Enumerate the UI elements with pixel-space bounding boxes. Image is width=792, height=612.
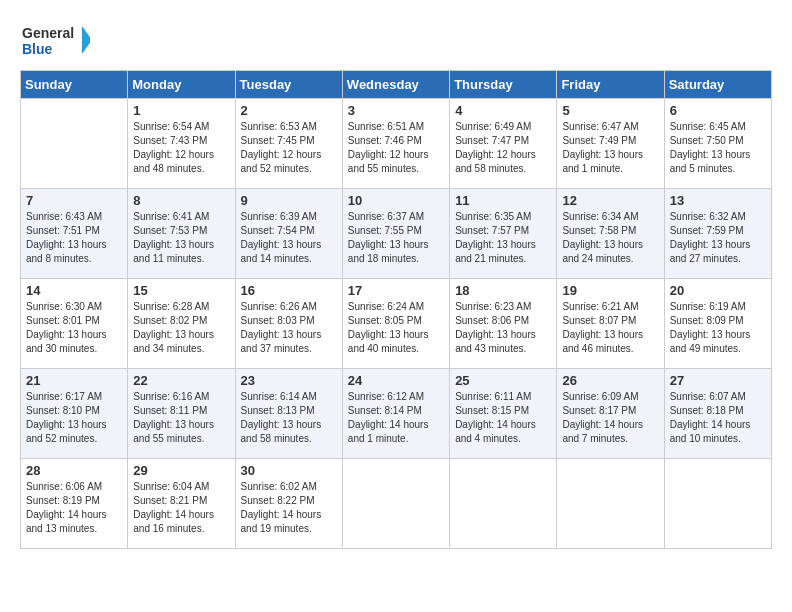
cell-info: Sunrise: 6:45 AM Sunset: 7:50 PM Dayligh…: [670, 120, 766, 176]
calendar-cell: 17 Sunrise: 6:24 AM Sunset: 8:05 PM Dayl…: [342, 279, 449, 369]
calendar-body: 1 Sunrise: 6:54 AM Sunset: 7:43 PM Dayli…: [21, 99, 772, 549]
day-number: 13: [670, 193, 766, 208]
calendar-cell: 19 Sunrise: 6:21 AM Sunset: 8:07 PM Dayl…: [557, 279, 664, 369]
cell-info: Sunrise: 6:12 AM Sunset: 8:14 PM Dayligh…: [348, 390, 444, 446]
cell-info: Sunrise: 6:19 AM Sunset: 8:09 PM Dayligh…: [670, 300, 766, 356]
weekday-header-row: SundayMondayTuesdayWednesdayThursdayFrid…: [21, 71, 772, 99]
day-number: 4: [455, 103, 551, 118]
day-number: 12: [562, 193, 658, 208]
calendar-cell: 8 Sunrise: 6:41 AM Sunset: 7:53 PM Dayli…: [128, 189, 235, 279]
day-number: 28: [26, 463, 122, 478]
cell-info: Sunrise: 6:11 AM Sunset: 8:15 PM Dayligh…: [455, 390, 551, 446]
cell-info: Sunrise: 6:30 AM Sunset: 8:01 PM Dayligh…: [26, 300, 122, 356]
weekday-header-monday: Monday: [128, 71, 235, 99]
cell-info: Sunrise: 6:49 AM Sunset: 7:47 PM Dayligh…: [455, 120, 551, 176]
calendar-cell: 10 Sunrise: 6:37 AM Sunset: 7:55 PM Dayl…: [342, 189, 449, 279]
cell-info: Sunrise: 6:06 AM Sunset: 8:19 PM Dayligh…: [26, 480, 122, 536]
week-row-4: 21 Sunrise: 6:17 AM Sunset: 8:10 PM Dayl…: [21, 369, 772, 459]
day-number: 15: [133, 283, 229, 298]
cell-info: Sunrise: 6:07 AM Sunset: 8:18 PM Dayligh…: [670, 390, 766, 446]
cell-info: Sunrise: 6:32 AM Sunset: 7:59 PM Dayligh…: [670, 210, 766, 266]
calendar-cell: 3 Sunrise: 6:51 AM Sunset: 7:46 PM Dayli…: [342, 99, 449, 189]
calendar-cell: 20 Sunrise: 6:19 AM Sunset: 8:09 PM Dayl…: [664, 279, 771, 369]
calendar-cell: 1 Sunrise: 6:54 AM Sunset: 7:43 PM Dayli…: [128, 99, 235, 189]
cell-info: Sunrise: 6:54 AM Sunset: 7:43 PM Dayligh…: [133, 120, 229, 176]
cell-info: Sunrise: 6:09 AM Sunset: 8:17 PM Dayligh…: [562, 390, 658, 446]
day-number: 26: [562, 373, 658, 388]
calendar-cell: 4 Sunrise: 6:49 AM Sunset: 7:47 PM Dayli…: [450, 99, 557, 189]
day-number: 5: [562, 103, 658, 118]
day-number: 25: [455, 373, 551, 388]
svg-text:General: General: [22, 25, 74, 41]
cell-info: Sunrise: 6:16 AM Sunset: 8:11 PM Dayligh…: [133, 390, 229, 446]
calendar-cell: 26 Sunrise: 6:09 AM Sunset: 8:17 PM Dayl…: [557, 369, 664, 459]
day-number: 21: [26, 373, 122, 388]
calendar-cell: 21 Sunrise: 6:17 AM Sunset: 8:10 PM Dayl…: [21, 369, 128, 459]
day-number: 3: [348, 103, 444, 118]
calendar-cell: 14 Sunrise: 6:30 AM Sunset: 8:01 PM Dayl…: [21, 279, 128, 369]
day-number: 22: [133, 373, 229, 388]
calendar-cell: 2 Sunrise: 6:53 AM Sunset: 7:45 PM Dayli…: [235, 99, 342, 189]
svg-text:Blue: Blue: [22, 41, 53, 57]
day-number: 9: [241, 193, 337, 208]
cell-info: Sunrise: 6:47 AM Sunset: 7:49 PM Dayligh…: [562, 120, 658, 176]
day-number: 8: [133, 193, 229, 208]
weekday-header-tuesday: Tuesday: [235, 71, 342, 99]
cell-info: Sunrise: 6:51 AM Sunset: 7:46 PM Dayligh…: [348, 120, 444, 176]
day-number: 14: [26, 283, 122, 298]
cell-info: Sunrise: 6:41 AM Sunset: 7:53 PM Dayligh…: [133, 210, 229, 266]
day-number: 19: [562, 283, 658, 298]
day-number: 18: [455, 283, 551, 298]
week-row-2: 7 Sunrise: 6:43 AM Sunset: 7:51 PM Dayli…: [21, 189, 772, 279]
calendar-cell: 18 Sunrise: 6:23 AM Sunset: 8:06 PM Dayl…: [450, 279, 557, 369]
day-number: 20: [670, 283, 766, 298]
calendar-cell: 28 Sunrise: 6:06 AM Sunset: 8:19 PM Dayl…: [21, 459, 128, 549]
calendar-cell: 7 Sunrise: 6:43 AM Sunset: 7:51 PM Dayli…: [21, 189, 128, 279]
day-number: 29: [133, 463, 229, 478]
calendar-cell: 23 Sunrise: 6:14 AM Sunset: 8:13 PM Dayl…: [235, 369, 342, 459]
calendar-cell: 11 Sunrise: 6:35 AM Sunset: 7:57 PM Dayl…: [450, 189, 557, 279]
day-number: 7: [26, 193, 122, 208]
calendar-cell: [342, 459, 449, 549]
week-row-5: 28 Sunrise: 6:06 AM Sunset: 8:19 PM Dayl…: [21, 459, 772, 549]
cell-info: Sunrise: 6:28 AM Sunset: 8:02 PM Dayligh…: [133, 300, 229, 356]
calendar-cell: 27 Sunrise: 6:07 AM Sunset: 8:18 PM Dayl…: [664, 369, 771, 459]
day-number: 11: [455, 193, 551, 208]
calendar-cell: 25 Sunrise: 6:11 AM Sunset: 8:15 PM Dayl…: [450, 369, 557, 459]
weekday-header-saturday: Saturday: [664, 71, 771, 99]
day-number: 23: [241, 373, 337, 388]
week-row-3: 14 Sunrise: 6:30 AM Sunset: 8:01 PM Dayl…: [21, 279, 772, 369]
cell-info: Sunrise: 6:23 AM Sunset: 8:06 PM Dayligh…: [455, 300, 551, 356]
calendar-cell: 5 Sunrise: 6:47 AM Sunset: 7:49 PM Dayli…: [557, 99, 664, 189]
cell-info: Sunrise: 6:04 AM Sunset: 8:21 PM Dayligh…: [133, 480, 229, 536]
cell-info: Sunrise: 6:02 AM Sunset: 8:22 PM Dayligh…: [241, 480, 337, 536]
calendar-cell: [450, 459, 557, 549]
weekday-header-sunday: Sunday: [21, 71, 128, 99]
calendar-cell: 24 Sunrise: 6:12 AM Sunset: 8:14 PM Dayl…: [342, 369, 449, 459]
cell-info: Sunrise: 6:21 AM Sunset: 8:07 PM Dayligh…: [562, 300, 658, 356]
calendar-cell: 9 Sunrise: 6:39 AM Sunset: 7:54 PM Dayli…: [235, 189, 342, 279]
cell-info: Sunrise: 6:35 AM Sunset: 7:57 PM Dayligh…: [455, 210, 551, 266]
calendar-cell: 12 Sunrise: 6:34 AM Sunset: 7:58 PM Dayl…: [557, 189, 664, 279]
calendar-table: SundayMondayTuesdayWednesdayThursdayFrid…: [20, 70, 772, 549]
calendar-cell: 30 Sunrise: 6:02 AM Sunset: 8:22 PM Dayl…: [235, 459, 342, 549]
cell-info: Sunrise: 6:34 AM Sunset: 7:58 PM Dayligh…: [562, 210, 658, 266]
calendar-cell: 6 Sunrise: 6:45 AM Sunset: 7:50 PM Dayli…: [664, 99, 771, 189]
cell-info: Sunrise: 6:17 AM Sunset: 8:10 PM Dayligh…: [26, 390, 122, 446]
cell-info: Sunrise: 6:14 AM Sunset: 8:13 PM Dayligh…: [241, 390, 337, 446]
cell-info: Sunrise: 6:26 AM Sunset: 8:03 PM Dayligh…: [241, 300, 337, 356]
cell-info: Sunrise: 6:43 AM Sunset: 7:51 PM Dayligh…: [26, 210, 122, 266]
cell-info: Sunrise: 6:39 AM Sunset: 7:54 PM Dayligh…: [241, 210, 337, 266]
cell-info: Sunrise: 6:24 AM Sunset: 8:05 PM Dayligh…: [348, 300, 444, 356]
svg-marker-2: [82, 26, 90, 54]
day-number: 1: [133, 103, 229, 118]
calendar-cell: 15 Sunrise: 6:28 AM Sunset: 8:02 PM Dayl…: [128, 279, 235, 369]
week-row-1: 1 Sunrise: 6:54 AM Sunset: 7:43 PM Dayli…: [21, 99, 772, 189]
day-number: 2: [241, 103, 337, 118]
day-number: 10: [348, 193, 444, 208]
day-number: 17: [348, 283, 444, 298]
weekday-header-friday: Friday: [557, 71, 664, 99]
calendar-cell: 22 Sunrise: 6:16 AM Sunset: 8:11 PM Dayl…: [128, 369, 235, 459]
calendar-cell: 16 Sunrise: 6:26 AM Sunset: 8:03 PM Dayl…: [235, 279, 342, 369]
calendar-cell: 29 Sunrise: 6:04 AM Sunset: 8:21 PM Dayl…: [128, 459, 235, 549]
